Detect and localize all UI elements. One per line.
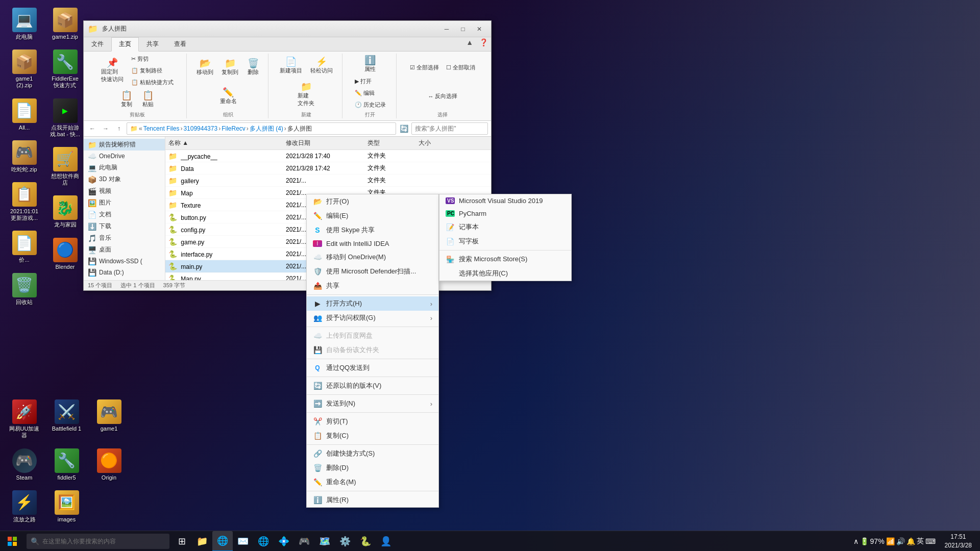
new-folder-btn[interactable]: 📁 新建文件夹	[294, 80, 318, 109]
up-btn[interactable]: ↑	[113, 123, 125, 134]
sidebar-item-pictures[interactable]: 🖼️ 图片	[84, 197, 165, 209]
ctx-baidu-upload[interactable]: ☁️ 上传到百度网盘	[307, 329, 438, 343]
sidebar-item-ssd[interactable]: 💾 Windows-SSD (	[84, 256, 165, 267]
ctx-properties[interactable]: ℹ️ 属性(R)	[307, 493, 438, 507]
desktop-icon-poe[interactable]: ⚡ 流放之路	[5, 488, 43, 525]
sidebar-item-data[interactable]: 💾 Data (D:)	[84, 267, 165, 278]
taskbar-mail[interactable]: ✉️	[233, 531, 253, 552]
sidebar-item-section[interactable]: 📁 娱告拢蜥狩猎	[84, 139, 165, 151]
desktop-icon-price[interactable]: 📄 价...	[5, 228, 43, 266]
ctx-skype[interactable]: S 使用 Skype 共享	[307, 223, 438, 237]
taskbar-edge[interactable]: 🌐	[212, 531, 233, 552]
ctx-send-to[interactable]: ➡️ 发送到(N) ›	[307, 396, 438, 411]
sidebar-item-music[interactable]: 🎵 音乐	[84, 232, 165, 244]
taskbar-clock[interactable]: 17:51 2021/3/28	[941, 533, 976, 550]
file-row-pycache[interactable]: 📁 __pycache__ 2021/3/28 17:40 文件夹	[165, 150, 491, 162]
col-date[interactable]: 修改日期	[283, 139, 364, 147]
copy-to-btn[interactable]: 📁 复制到	[218, 57, 242, 78]
start-button[interactable]	[0, 531, 24, 552]
language-indicator[interactable]: 英	[917, 537, 924, 546]
desktop-icon-blender[interactable]: 🔵 Blender	[46, 235, 84, 273]
path-folder4[interactable]: 多人拼图 (4)	[250, 124, 283, 133]
desktop-icon-recycle[interactable]: 🗑️ 回收站	[5, 270, 43, 308]
desktop-icon-netease[interactable]: 🚀 网易UU加速器	[5, 397, 43, 441]
ctx-grant-access[interactable]: 👥 授予访问权限(G) ›	[307, 311, 438, 325]
desktop-icon-game-bat[interactable]: ▶ 点我开始游戏.bat - 快...	[46, 96, 84, 140]
taskbar-steam[interactable]: 🎮	[294, 531, 314, 552]
ctx-auto-backup[interactable]: 💾 自动备份该文件夹	[307, 343, 438, 357]
ctx-restore-version[interactable]: 🔄 还原以前的版本(V)	[307, 379, 438, 393]
ctx-open-with[interactable]: ▶ 打开方式(H) ›	[307, 296, 438, 311]
col-size[interactable]: 大小	[415, 139, 456, 147]
sub-notepad[interactable]: 📝 记事本	[439, 220, 571, 234]
ctx-open[interactable]: 📂 打开(O)	[307, 194, 438, 209]
close-button[interactable]: ✕	[472, 24, 487, 34]
desktop-icon-bf[interactable]: ⚔️ Battlefield 1	[47, 397, 86, 441]
ribbon-collapse-btn[interactable]: ▲	[463, 37, 476, 51]
taskbar-file-explorer[interactable]: 📁	[192, 531, 212, 552]
paste-btn[interactable]: 📋 粘贴	[138, 89, 158, 110]
taskbar-user-avatar[interactable]: 👤	[376, 531, 396, 552]
sub-wordpad[interactable]: 📄 写字板	[439, 234, 571, 248]
ctx-defender[interactable]: 🛡️ 使用 Microsoft Defender扫描...	[307, 264, 438, 279]
taskbar-search-input[interactable]	[42, 538, 150, 545]
cut-btn[interactable]: ✂ 剪切	[128, 54, 177, 64]
minimize-button[interactable]: ─	[439, 24, 454, 34]
sub-ms-store[interactable]: 🏪 搜索 Microsoft Store(S)	[439, 252, 571, 266]
desktop-icon-dragon[interactable]: 🐉 龙与家园	[46, 193, 84, 231]
move-to-btn[interactable]: 📂 移动到	[193, 57, 217, 78]
history-btn[interactable]: 🕐 历史记录	[352, 99, 389, 110]
sidebar-item-downloads[interactable]: ⬇️ 下载	[84, 220, 165, 232]
ctx-cut[interactable]: ✂️ 剪切(T)	[307, 414, 438, 429]
desktop-icon-origin[interactable]: 🟠 Origin	[90, 446, 128, 484]
pin-to-quick-access-btn[interactable]: 📌 固定到快速访问	[97, 56, 127, 85]
properties-btn[interactable]: ℹ️ 属性	[360, 54, 380, 75]
maximize-button[interactable]: □	[455, 24, 471, 34]
desktop-icon-game1-desktop[interactable]: 🎮 game1	[90, 397, 128, 441]
sub-other-apps[interactable]: 选择其他应用(C)	[439, 266, 571, 281]
search-input[interactable]	[411, 122, 488, 135]
sidebar-item-onedrive[interactable]: ☁️ OneDrive	[84, 151, 165, 162]
ctx-rename[interactable]: ✏️ 重命名(M)	[307, 475, 438, 489]
taskbar-vscode[interactable]: 💠	[274, 531, 294, 552]
copy-btn[interactable]: 📋 复制	[116, 89, 137, 110]
select-all-btn[interactable]: ☑ 全部选择	[407, 62, 442, 73]
rename-btn[interactable]: ✏️ 重命名	[216, 86, 240, 107]
desktop-icon-steam[interactable]: 🎮 Steam	[5, 446, 43, 484]
copy-path-btn[interactable]: 📋 复制路径	[128, 65, 177, 76]
sidebar-item-video[interactable]: 🎬 视频	[84, 185, 165, 197]
desktop-icon-fiddler[interactable]: 🔧 FiddlerExe快速方式	[46, 47, 84, 91]
desktop-icon-game1-zip[interactable]: 📦 game1(2).zip	[5, 47, 43, 91]
ctx-delete[interactable]: 🗑️ 删除(D)	[307, 461, 438, 475]
ctx-copy[interactable]: 📋 复制(C)	[307, 429, 438, 443]
ribbon-tab-file[interactable]: 文件	[84, 37, 111, 51]
taskbar-settings[interactable]: ⚙️	[335, 531, 355, 552]
desktop-icon-snake[interactable]: 🎮 吃蛇蛇.zip	[5, 138, 43, 176]
paste-shortcut-btn[interactable]: 📋 粘贴快捷方式	[128, 77, 177, 88]
path-tencent[interactable]: Tencent Files	[143, 125, 180, 132]
taskbar-pycharm[interactable]: 🐍	[355, 531, 376, 552]
desktop-icon-think[interactable]: 🛒 想想软件商店	[46, 144, 84, 189]
forward-btn[interactable]: →	[100, 123, 111, 134]
tray-expand-icon[interactable]: ∧	[853, 537, 859, 545]
refresh-btn[interactable]: 🔄	[398, 123, 409, 134]
file-row-gallery[interactable]: 📁 gallery 2021/... 文件夹	[165, 174, 491, 187]
ctx-qq-send[interactable]: Q 通过QQ发送到	[307, 361, 438, 375]
back-btn[interactable]: ←	[87, 123, 98, 134]
path-id[interactable]: 3109944373	[183, 125, 217, 132]
desktop-icon-game1zip2[interactable]: 📦 game1.zip	[46, 5, 84, 43]
breadcrumb[interactable]: 📁 « Tencent Files › 3109944373 › FileRec…	[127, 122, 396, 135]
taskbar-search[interactable]: 🔍	[27, 534, 169, 549]
desktop-icon-my-computer[interactable]: 💻 此电脑	[5, 5, 43, 43]
new-item-btn[interactable]: 📄 新建项目	[276, 55, 306, 77]
ctx-intellij[interactable]: I Edit with IntelliJ IDEA	[307, 237, 438, 250]
deselect-all-btn[interactable]: ☐ 全部取消	[443, 62, 478, 73]
notification-icon[interactable]: 🔔	[906, 537, 915, 545]
desktop-icon-date[interactable]: 📋 2021:01:01更新游戏...	[5, 180, 43, 224]
ctx-share[interactable]: 📤 共享	[307, 279, 438, 293]
easy-access-btn[interactable]: ⚡ 轻松访问	[307, 55, 336, 77]
col-name[interactable]: 名称 ▲	[165, 139, 283, 147]
taskbar-task-view[interactable]: ⊞	[172, 531, 192, 552]
sidebar-item-3d[interactable]: 📦 3D 对象	[84, 173, 165, 185]
ribbon-tab-view[interactable]: 查看	[166, 37, 194, 51]
